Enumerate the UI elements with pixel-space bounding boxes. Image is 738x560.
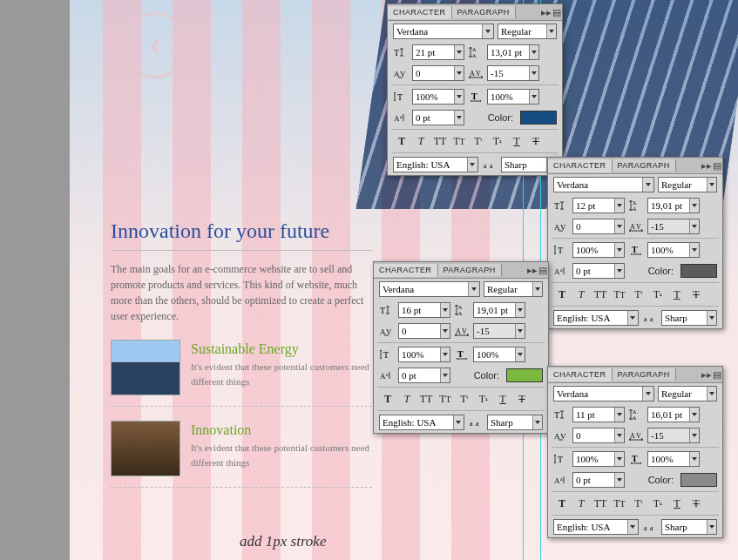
font-weight-field[interactable] [484,281,543,297]
antialias-field[interactable] [661,310,717,326]
value-field[interactable] [487,89,539,105]
collapse-icon[interactable]: ▸▸ [541,7,552,18]
dropdown-arrow-icon[interactable] [707,178,716,192]
value-field[interactable] [572,242,625,258]
dropdown-arrow-icon[interactable] [614,452,624,466]
language-field[interactable] [553,519,639,535]
tab-paragraph[interactable]: PARAGRAPH [438,264,502,276]
dropdown-arrow-icon[interactable] [454,111,464,125]
color-swatch[interactable] [680,473,717,487]
faux-bold-button[interactable]: T [553,496,571,511]
dropdown-arrow-icon[interactable] [642,387,653,401]
dropdown-arrow-icon[interactable] [529,45,538,59]
value-field[interactable] [398,323,450,339]
dropdown-arrow-icon[interactable] [515,303,525,317]
value-field[interactable] [398,302,450,318]
tab-paragraph[interactable]: PARAGRAPH [452,6,516,18]
dropdown-arrow-icon[interactable] [689,428,699,442]
value-field[interactable] [647,198,700,213]
dropdown-arrow-icon[interactable] [467,158,477,172]
strikethrough-button[interactable]: T [687,287,705,302]
dropdown-arrow-icon[interactable] [454,45,464,59]
language-field[interactable] [553,310,639,326]
value-field[interactable] [412,89,464,105]
value-field[interactable] [412,65,464,81]
strikethrough-button[interactable]: T [513,391,531,407]
value-field[interactable] [572,451,625,467]
superscript-button[interactable]: T¹ [630,496,647,511]
tab-character[interactable]: CHARACTER [548,159,613,172]
subscript-button[interactable]: T₁ [475,391,492,407]
underline-button[interactable]: T [494,391,511,407]
value-field[interactable] [398,368,450,383]
smallcaps-button[interactable]: TT [450,133,468,149]
dropdown-arrow-icon[interactable] [440,303,450,317]
panel-menu-icon[interactable]: ▤ [712,369,722,381]
antialias-field[interactable] [661,519,717,535]
dropdown-arrow-icon[interactable] [482,24,493,38]
dropdown-arrow-icon[interactable] [454,90,464,104]
strikethrough-button[interactable]: T [527,133,545,149]
collapse-icon[interactable]: ▸▸ [701,160,712,172]
value-field[interactable] [572,219,625,234]
language-field[interactable] [393,157,478,172]
dropdown-arrow-icon[interactable] [614,408,624,422]
dropdown-arrow-icon[interactable] [642,178,653,192]
dropdown-arrow-icon[interactable] [440,368,450,382]
dropdown-arrow-icon[interactable] [468,282,479,296]
dropdown-arrow-icon[interactable] [529,66,538,80]
dropdown-arrow-icon[interactable] [532,282,542,296]
value-field[interactable] [572,263,625,279]
dropdown-arrow-icon[interactable] [614,264,624,278]
value-field[interactable] [572,472,625,488]
faux-bold-button[interactable]: T [379,391,396,407]
subscript-button[interactable]: T₁ [649,287,667,302]
underline-button[interactable]: T [668,496,686,511]
allcaps-button[interactable]: TT [431,133,449,149]
value-field[interactable] [572,428,625,443]
panel-menu-icon[interactable]: ▤ [538,265,548,276]
allcaps-button[interactable]: TT [592,496,609,511]
dropdown-arrow-icon[interactable] [707,520,716,534]
allcaps-button[interactable]: TT [417,391,435,407]
faux-italic-button[interactable]: T [572,287,590,302]
value-field[interactable] [647,451,700,467]
font-weight-field[interactable] [658,177,717,192]
tab-character[interactable]: CHARACTER [548,368,613,381]
value-field[interactable] [572,198,625,213]
antialias-field[interactable] [487,415,543,430]
tab-paragraph[interactable]: PARAGRAPH [613,159,676,172]
dropdown-arrow-icon[interactable] [689,452,699,466]
font-family-field[interactable] [553,386,654,401]
faux-italic-button[interactable]: T [398,391,416,407]
value-field[interactable] [647,428,700,443]
dropdown-arrow-icon[interactable] [440,324,450,338]
collapse-icon[interactable]: ▸▸ [527,265,538,276]
smallcaps-button[interactable]: TT [611,496,628,511]
dropdown-arrow-icon[interactable] [453,415,464,429]
font-family-field[interactable] [379,281,480,297]
collapse-icon[interactable]: ▸▸ [701,369,712,381]
dropdown-arrow-icon[interactable] [515,347,525,361]
panel-menu-icon[interactable]: ▤ [712,160,722,172]
underline-button[interactable]: T [668,287,686,302]
subscript-button[interactable]: T₁ [649,496,667,511]
dropdown-arrow-icon[interactable] [614,243,624,257]
superscript-button[interactable]: T¹ [630,287,647,302]
value-field[interactable] [398,347,450,362]
dropdown-arrow-icon[interactable] [689,199,699,213]
faux-italic-button[interactable]: T [412,133,430,149]
tab-character[interactable]: CHARACTER [388,6,452,19]
value-field[interactable] [412,110,464,125]
panel-menu-icon[interactable]: ▤ [552,7,562,18]
language-field[interactable] [379,415,464,430]
dropdown-arrow-icon[interactable] [614,219,624,233]
color-swatch[interactable] [520,111,557,125]
superscript-button[interactable]: T¹ [470,133,487,149]
dropdown-arrow-icon[interactable] [627,311,638,325]
font-family-field[interactable] [553,177,654,192]
smallcaps-button[interactable]: TT [437,391,454,407]
dropdown-arrow-icon[interactable] [627,520,638,534]
subscript-button[interactable]: T₁ [489,133,506,149]
value-field[interactable] [487,65,539,81]
